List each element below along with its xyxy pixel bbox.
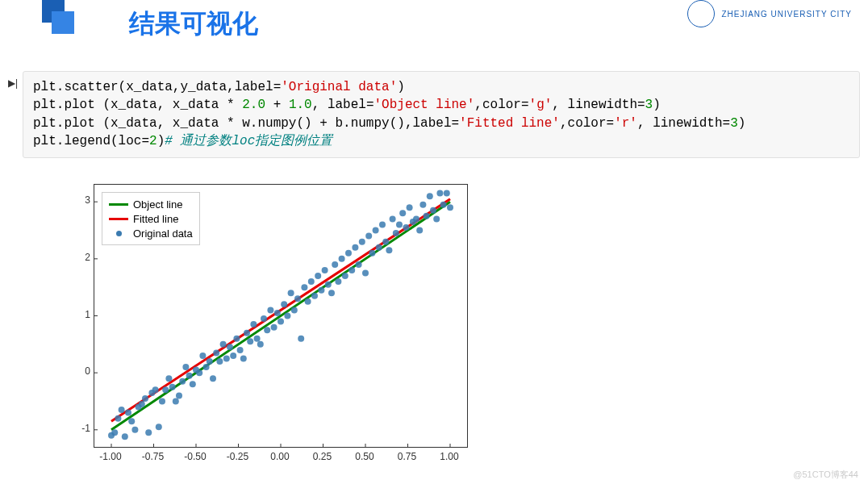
legend-label: Original data <box>133 227 193 240</box>
svg-point-75 <box>315 273 321 279</box>
svg-point-48 <box>223 355 230 361</box>
svg-point-52 <box>237 347 244 353</box>
university-badge: ZHEJIANG UNIVERSITY CITY <box>687 0 852 27</box>
svg-point-100 <box>399 210 406 216</box>
x-tick-label: 1.00 <box>440 451 458 462</box>
svg-point-63 <box>274 310 281 316</box>
svg-point-69 <box>294 295 301 302</box>
svg-point-54 <box>244 330 250 336</box>
x-tick-label: -0.75 <box>142 451 164 462</box>
svg-point-106 <box>419 202 426 208</box>
y-tick-label: 1 <box>66 309 90 320</box>
legend-item-original: Original data <box>109 226 193 240</box>
x-tick-label: 0.00 <box>270 451 289 462</box>
svg-point-98 <box>393 230 399 236</box>
run-cell-icon[interactable]: ▶| <box>8 77 19 89</box>
svg-point-19 <box>125 410 131 416</box>
svg-point-107 <box>424 213 430 219</box>
x-tick-label: -1.00 <box>99 451 121 462</box>
svg-point-59 <box>261 315 267 322</box>
svg-point-17 <box>119 407 125 413</box>
svg-point-21 <box>131 427 138 433</box>
svg-point-50 <box>230 353 236 359</box>
legend-swatch-red <box>109 218 128 220</box>
svg-point-57 <box>254 336 261 342</box>
svg-point-28 <box>156 424 162 430</box>
x-tick-label: 0.75 <box>398 451 416 462</box>
svg-point-80 <box>332 261 338 268</box>
svg-point-110 <box>433 215 440 222</box>
university-seal-icon <box>687 0 715 27</box>
y-tick-label: 2 <box>66 252 90 263</box>
svg-point-91 <box>369 250 375 257</box>
svg-point-82 <box>339 256 345 262</box>
svg-point-102 <box>407 204 413 211</box>
svg-point-46 <box>216 358 223 365</box>
result-chart: Object line Fitted line Original data -1… <box>55 177 474 472</box>
svg-point-61 <box>267 307 273 313</box>
svg-point-27 <box>152 386 159 393</box>
svg-point-43 <box>207 358 213 365</box>
svg-point-76 <box>318 287 324 294</box>
svg-point-16 <box>115 415 121 422</box>
svg-point-31 <box>165 375 172 382</box>
y-tick-label: 0 <box>66 365 90 377</box>
svg-point-88 <box>359 239 365 245</box>
svg-point-42 <box>203 364 210 370</box>
svg-point-66 <box>284 313 290 319</box>
svg-point-67 <box>288 290 294 296</box>
svg-point-72 <box>305 298 311 305</box>
legend-swatch-green <box>109 203 128 206</box>
svg-point-49 <box>227 344 233 350</box>
svg-point-37 <box>186 373 193 379</box>
svg-point-33 <box>173 398 179 404</box>
x-tick-label: 0.50 <box>355 451 373 462</box>
svg-point-96 <box>386 247 392 253</box>
code-cell[interactable]: plt.scatter(x_data,y_data,label='Origina… <box>23 71 860 158</box>
svg-point-20 <box>128 418 135 424</box>
svg-point-56 <box>250 321 257 328</box>
svg-point-55 <box>247 338 253 344</box>
svg-point-92 <box>373 227 379 234</box>
svg-point-77 <box>322 267 328 273</box>
svg-point-101 <box>403 224 409 231</box>
legend-label: Fitted line <box>133 213 178 225</box>
svg-point-114 <box>447 204 453 211</box>
svg-point-64 <box>278 319 284 325</box>
x-tick-label: -0.25 <box>227 451 248 462</box>
x-tick-label: 0.25 <box>313 451 332 462</box>
svg-point-32 <box>169 384 176 390</box>
svg-point-41 <box>199 353 206 359</box>
svg-point-109 <box>430 207 436 214</box>
svg-point-65 <box>281 301 287 307</box>
svg-point-29 <box>159 398 165 404</box>
svg-point-105 <box>416 227 423 234</box>
x-tick-label: -0.50 <box>184 451 206 462</box>
chart-legend: Object line Fitted line Original data <box>102 192 200 245</box>
svg-point-78 <box>325 282 332 288</box>
svg-point-95 <box>382 239 389 245</box>
svg-point-36 <box>182 364 189 370</box>
svg-point-84 <box>345 250 352 257</box>
svg-point-97 <box>390 215 396 222</box>
svg-point-113 <box>444 190 450 197</box>
watermark: @51CTO博客44 <box>793 469 858 481</box>
svg-point-79 <box>328 290 335 296</box>
svg-point-74 <box>311 293 318 299</box>
svg-point-15 <box>111 429 118 436</box>
svg-point-86 <box>352 244 358 251</box>
svg-point-38 <box>190 381 196 387</box>
svg-point-89 <box>362 270 369 277</box>
svg-point-40 <box>196 369 202 376</box>
svg-point-30 <box>162 386 169 393</box>
svg-point-73 <box>308 278 315 285</box>
svg-point-44 <box>210 375 216 382</box>
y-tick-label: 3 <box>66 194 90 206</box>
svg-point-83 <box>342 273 348 279</box>
legend-item-fitted: Fitted line <box>109 211 193 226</box>
svg-point-68 <box>291 307 298 313</box>
svg-point-51 <box>233 336 240 342</box>
svg-point-90 <box>365 233 372 240</box>
svg-point-85 <box>348 267 355 273</box>
svg-point-34 <box>176 392 182 398</box>
